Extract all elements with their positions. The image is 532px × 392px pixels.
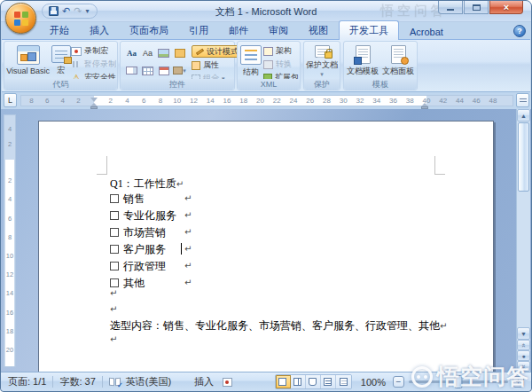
scrollbar-thumb[interactable] [518, 122, 529, 192]
protect-group-label[interactable]: 保护 [304, 79, 340, 90]
plain-text-control-button[interactable]: Aa [140, 45, 155, 60]
paragraph-mark: ↵ [110, 304, 117, 314]
design-mode-button[interactable]: 设计模式 [192, 45, 242, 58]
ruler-number: 46 [473, 97, 481, 105]
schema-button[interactable]: 架构 [263, 45, 299, 57]
macro-record-icon[interactable] [223, 378, 232, 387]
document-page[interactable]: Q1：工作性质↵ 销售↵专业化服务↵市场营销↵客户服务↵行政管理↵其他↵ ↵ ↵… [38, 121, 494, 375]
full-screen-reading-view-button[interactable] [291, 375, 306, 388]
ruler-icon [520, 98, 527, 99]
spellcheck-icon[interactable]: ✓ [109, 378, 121, 387]
tab-审阅[interactable]: 审阅 [259, 21, 298, 39]
checkbox-control[interactable] [110, 262, 119, 270]
help-button[interactable]: ? [513, 25, 526, 37]
redo-icon[interactable]: ↷ [74, 6, 82, 16]
checkbox-control[interactable] [110, 211, 119, 220]
ruler-number: 20 [4, 346, 15, 354]
schema-icon [263, 47, 273, 56]
ribbon-tabs: 开始插入页面布局引用邮件审阅视图开发工具Acrobat [40, 22, 454, 39]
zoom-in-button[interactable]: + [512, 376, 524, 388]
zoom-slider-thumb[interactable] [455, 375, 463, 388]
zoom-in-icon: + [516, 378, 521, 387]
vertical-ruler[interactable]: 422468101214161820 [4, 114, 16, 367]
picture-control-button[interactable] [156, 45, 171, 60]
tab-开发工具[interactable]: 开发工具 [339, 20, 399, 40]
language-indicator[interactable]: 英语(美国) [126, 375, 171, 388]
undo-icon[interactable]: ↶ [62, 6, 70, 16]
record-macro-button[interactable]: 录制宏 [71, 45, 116, 57]
scroll-down-button[interactable]: ▼ [517, 327, 530, 340]
checkbox-control[interactable] [110, 278, 119, 287]
tab-页面布局[interactable]: 页面布局 [120, 21, 178, 39]
paragraph-mark: ↵ [110, 334, 117, 344]
building-block-icon [175, 49, 185, 58]
question-line[interactable]: Q1：工作性质↵ [110, 176, 184, 192]
legacy-tools-button[interactable]: ▾ [172, 63, 187, 78]
first-line-indent-marker[interactable] [90, 98, 98, 102]
page-indicator[interactable]: 页面: 1/1 [8, 375, 46, 388]
scroll-up-button[interactable]: ▲ [517, 109, 530, 122]
ruler-number: 18 [4, 326, 15, 334]
ruler-toggle-button[interactable] [516, 93, 529, 107]
transformation-button: 转换 [263, 59, 299, 70]
vertical-scrollbar[interactable]: ▲ ▼ « ● » [516, 109, 530, 372]
office-button[interactable] [5, 3, 36, 34]
previous-page-button[interactable]: « [517, 340, 530, 350]
minimize-button[interactable] [438, 1, 463, 14]
tab-开始[interactable]: 开始 [40, 21, 79, 39]
ruler-number: 42 [439, 97, 447, 105]
zoom-out-icon: − [396, 378, 402, 387]
tab-引用[interactable]: 引用 [179, 21, 218, 39]
summary-line[interactable]: 选型内容：销售、专业化服务、市场营销、客户服务、行政管理、其他↵ [110, 318, 447, 333]
document-template-button[interactable]: 文档模板 [345, 43, 380, 78]
dropdown-list-control-button[interactable] [140, 63, 155, 78]
tab-视图[interactable]: 视图 [299, 21, 338, 39]
close-button[interactable]: × [489, 1, 523, 14]
maximize-button[interactable] [464, 1, 489, 14]
tab-Acrobat[interactable]: Acrobat [400, 24, 453, 39]
visual-basic-button[interactable]: Visual Basic [5, 43, 51, 78]
zoom-slider[interactable] [409, 380, 508, 383]
rich-text-control-button[interactable]: Aa [124, 45, 139, 60]
xml-group-label[interactable]: XML [238, 79, 300, 90]
macros-button[interactable]: 宏 [51, 43, 71, 78]
combo-box-control-button[interactable] [124, 63, 139, 78]
zoom-out-button[interactable]: − [393, 376, 404, 388]
checkbox-control[interactable] [110, 228, 119, 237]
ruler-number: 22 [273, 97, 281, 105]
outline-view-button[interactable] [321, 375, 336, 388]
horizontal-ruler[interactable]: 8642246810121416182022242628303234363840… [1, 95, 531, 106]
draft-view-button[interactable] [336, 375, 351, 388]
checkbox-control[interactable] [110, 245, 119, 254]
structure-button[interactable]: 结构 [239, 43, 263, 78]
plain-text-icon: Aa [143, 49, 153, 58]
properties-button[interactable]: 属性 [192, 59, 242, 71]
ruler-row: L 86422468101214161820222426283032343638… [1, 92, 531, 109]
checkbox-option-row: 销售↵ [110, 192, 376, 206]
tab-插入[interactable]: 插入 [80, 21, 119, 39]
building-block-control-button[interactable] [172, 45, 187, 60]
checkbox-option-row: 其他↵ [110, 276, 376, 290]
document-template-label: 文档模板 [347, 66, 379, 77]
zoom-level[interactable]: 100% [361, 377, 386, 388]
minimize-icon [447, 9, 454, 11]
date-picker-control-button[interactable] [156, 63, 171, 78]
checkbox-control[interactable] [110, 194, 119, 203]
status-bar: 页面: 1/1 字数: 37 ✓ 英语(美国) 插入 100% − + [1, 372, 531, 391]
qat-customize-dropdown-icon[interactable]: ▾ [85, 7, 89, 15]
web-layout-view-button[interactable] [306, 375, 321, 388]
title-bar: 悟空问答 文档 1 - Microsoft Word ↶ ↷ ▾ × [1, 1, 531, 22]
insert-mode-indicator[interactable]: 插入 [194, 375, 214, 388]
print-layout-view-button[interactable] [276, 375, 291, 388]
next-page-button[interactable]: » [517, 361, 530, 372]
tab-邮件[interactable]: 邮件 [219, 21, 258, 39]
code-group-label[interactable]: 代码 [4, 79, 117, 90]
select-browse-object-button[interactable]: ● [517, 350, 530, 361]
word-count[interactable]: 字数: 37 [59, 375, 95, 388]
save-icon[interactable] [49, 6, 59, 16]
paragraph-mark: ↵ [440, 321, 447, 331]
controls-group-label[interactable]: 控件 [121, 79, 234, 90]
protect-document-button[interactable]: 保护文档 ▾ [305, 43, 339, 78]
document-panel-button[interactable]: 文档面板 [380, 43, 416, 78]
templates-group-label[interactable]: 模板 [344, 79, 417, 90]
